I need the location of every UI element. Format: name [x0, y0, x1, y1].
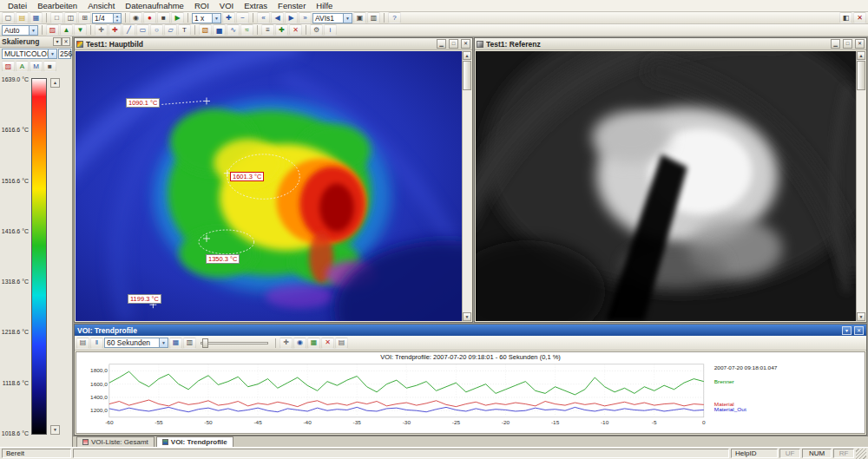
temp-label[interactable]: 1090.1 °C	[126, 98, 160, 108]
interval-combo[interactable]: 60 Sekunden▼	[104, 338, 168, 348]
scale-down-icon[interactable]: ▼	[74, 24, 87, 36]
voi-list-icon[interactable]: ≡	[261, 24, 274, 36]
spinner-arrows[interactable]: ▲▼	[113, 14, 121, 23]
save-icon[interactable]: ▦	[30, 12, 43, 23]
close-icon[interactable]: ✕	[855, 39, 865, 49]
zoom-out-icon[interactable]: −	[236, 12, 249, 23]
text-tool-icon[interactable]: T	[178, 24, 191, 36]
last-frame-icon[interactable]: »	[299, 12, 312, 23]
maximize-icon[interactable]: □	[843, 39, 852, 49]
trend-table-icon[interactable]: ▦	[307, 338, 320, 349]
scale-lock-icon[interactable]: ■	[43, 61, 56, 72]
vertical-scrollbar[interactable]: ▲ ▼	[856, 51, 865, 321]
close-icon[interactable]: ✕	[62, 37, 70, 46]
histogram-icon[interactable]: ▅	[213, 24, 226, 36]
trend-visibility-icon[interactable]: ◉	[293, 338, 306, 349]
tab-voi-trendprofile[interactable]: VOI: Trendprofile	[156, 436, 233, 447]
chevron-down-icon[interactable]: ▾	[842, 326, 852, 335]
menu-bearbeiten[interactable]: Bearbeiten	[32, 1, 82, 10]
first-frame-icon[interactable]: «	[257, 12, 270, 23]
trend-print-icon[interactable]: ▤	[335, 338, 348, 349]
prev-frame-icon[interactable]: ◀	[271, 12, 284, 23]
trend-clear-icon[interactable]: ✕	[321, 338, 334, 349]
play-icon[interactable]: ▶	[171, 12, 184, 23]
trend-save-icon[interactable]: ▦	[169, 338, 182, 349]
profile-icon[interactable]: ∿	[227, 24, 240, 36]
record-icon[interactable]: ●	[143, 12, 156, 23]
thermal-image[interactable]: 1090.1 °C 1601.3 °C 1350.3 °C 1199.3 °C	[76, 51, 462, 321]
ellipse-roi-icon[interactable]: ○	[150, 24, 163, 36]
scale-up-icon[interactable]: ▲	[60, 24, 73, 36]
layout-single-icon[interactable]: □	[50, 12, 63, 23]
trend-copy-icon[interactable]: ▥	[183, 338, 196, 349]
scale-min-button[interactable]: ▼	[50, 425, 60, 435]
trend-settings-icon[interactable]: ▤	[76, 338, 89, 349]
minimize-icon[interactable]: ▁	[831, 39, 840, 49]
avi-combo[interactable]: AVIs1▼	[312, 13, 352, 23]
tab-voi-liste[interactable]: VOI-Liste: Gesamt	[76, 436, 155, 447]
point-roi-icon[interactable]: ✚	[108, 24, 122, 36]
menu-datenaufnahme[interactable]: Datenaufnahme	[120, 1, 189, 10]
scale-palette-icon[interactable]: ▨	[2, 61, 15, 72]
scale-auto-icon[interactable]: A	[16, 61, 29, 72]
scale-max-button[interactable]: ▲	[50, 78, 60, 88]
scrollbar-thumb[interactable]	[463, 61, 471, 90]
slider-thumb[interactable]	[202, 338, 208, 348]
temp-label[interactable]: 1350.3 °C	[206, 254, 240, 264]
rect-roi-icon[interactable]: ▭	[136, 24, 149, 36]
info-icon[interactable]: i	[324, 24, 337, 36]
zoom-combo[interactable]: 1 x▼	[192, 13, 221, 23]
close-icon[interactable]: ✕	[461, 39, 470, 49]
scroll-down-icon[interactable]: ▼	[463, 312, 471, 321]
view-count-spinner[interactable]: 1/4▲▼	[92, 13, 122, 23]
scroll-down-icon[interactable]: ▼	[857, 312, 865, 321]
trend-tool-icon[interactable]: ≈	[240, 24, 253, 36]
close-panel-icon[interactable]: ✕	[853, 12, 866, 23]
report-icon[interactable]: ▥	[367, 12, 380, 23]
auto-combo[interactable]: Auto▼	[2, 25, 38, 36]
menu-extras[interactable]: Extras	[239, 1, 273, 10]
stop-icon[interactable]: ■	[157, 12, 170, 23]
trend-chart[interactable]: VOI: Trendprofile: 2007-07-20 09:18:01 -…	[76, 351, 865, 434]
snapshot-icon[interactable]: ▣	[353, 12, 366, 23]
menu-fenster[interactable]: Fenster	[273, 1, 311, 10]
settings-icon[interactable]: ⚙	[310, 24, 323, 36]
levels-spinner[interactable]: 256	[58, 49, 71, 59]
isotherm-icon[interactable]: ▧	[199, 24, 212, 36]
menu-voi[interactable]: VOI	[214, 1, 239, 10]
scrollbar-thumb[interactable]	[857, 61, 865, 90]
minimize-icon[interactable]: ▁	[437, 39, 446, 49]
window-hauptbild-header[interactable]: Test1: Hauptbild ▁ □ ✕	[75, 38, 472, 50]
zoom-in-icon[interactable]: ✚	[222, 12, 235, 23]
reference-image[interactable]	[476, 51, 856, 321]
open-file-icon[interactable]: ▤	[16, 12, 29, 23]
camera-icon[interactable]: ◉	[129, 12, 142, 23]
color-scale-bar[interactable]	[31, 78, 47, 435]
layout-split-icon[interactable]: ◫	[64, 12, 77, 23]
menu-ansicht[interactable]: Ansicht	[82, 1, 120, 10]
close-icon[interactable]: ✕	[854, 326, 864, 335]
window-referenz-header[interactable]: Test1: Referenz ▁ □ ✕	[475, 38, 866, 50]
temp-label[interactable]: 1199.3 °C	[128, 294, 161, 304]
vertical-scrollbar[interactable]: ▲ ▼	[462, 51, 471, 321]
scroll-up-icon[interactable]: ▲	[463, 51, 471, 60]
trend-panel-header[interactable]: VOI: Trendprofile ▾ ✕	[75, 325, 866, 336]
scroll-up-icon[interactable]: ▲	[857, 51, 865, 60]
next-frame-icon[interactable]: ▶	[285, 12, 298, 23]
pointer-tool-icon[interactable]: ✛	[95, 24, 108, 36]
menu-datei[interactable]: Datei	[3, 1, 32, 10]
menu-hilfe[interactable]: Hilfe	[311, 1, 338, 10]
new-file-icon[interactable]: ▢	[2, 12, 15, 23]
scale-manual-icon[interactable]: M	[30, 61, 43, 72]
trend-pause-icon[interactable]: ‖	[90, 338, 103, 349]
resize-grip[interactable]	[856, 449, 866, 459]
voi-add-icon[interactable]: ✚	[275, 24, 288, 36]
trend-position-slider[interactable]	[201, 338, 268, 348]
palette-combo[interactable]: MULTICOLOR ▼	[2, 49, 57, 59]
trend-cursor-icon[interactable]: ✛	[279, 338, 293, 349]
help-icon[interactable]: ?	[388, 12, 401, 23]
temp-label[interactable]: 1601.3 °C	[230, 172, 264, 181]
pin-icon[interactable]: ▾	[53, 37, 62, 46]
palette-icon[interactable]: ▨	[46, 24, 59, 36]
polygon-roi-icon[interactable]: ▱	[164, 24, 177, 36]
